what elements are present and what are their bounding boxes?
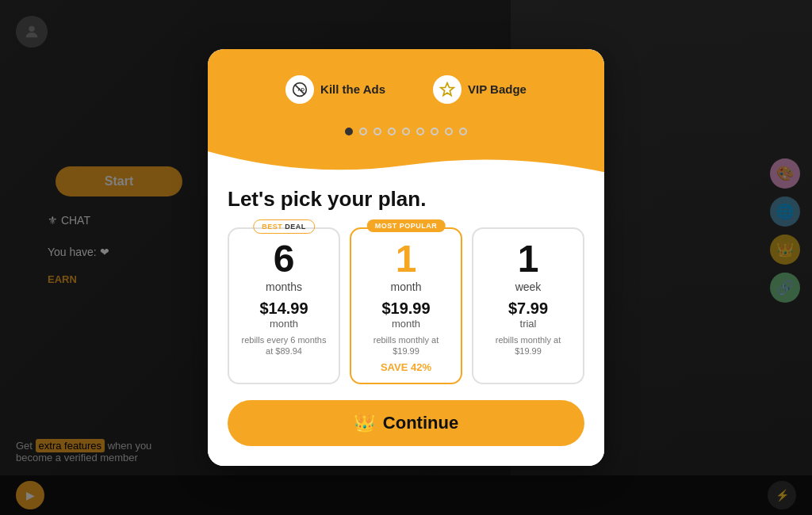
features-row: AD Kill the Ads VIP Badge <box>232 63 580 116</box>
vip-badge-icon <box>433 75 462 104</box>
dot-1[interactable] <box>345 128 353 135</box>
dot-2[interactable] <box>359 128 367 135</box>
dot-5[interactable] <box>402 128 410 135</box>
kill-ads-label: Kill the Ads <box>320 82 385 96</box>
plan-price-1m: $19.99 <box>359 299 453 318</box>
feature-vip-badge: VIP Badge <box>433 75 527 104</box>
plan-price-1w: $7.99 <box>481 299 575 318</box>
svg-marker-4 <box>441 82 454 95</box>
subscription-modal: AD Kill the Ads VIP Badge <box>208 49 604 466</box>
plan-rebill-1m: rebills monthly at $19.99 <box>359 334 453 357</box>
feature-kill-ads: AD Kill the Ads <box>285 75 385 104</box>
plan-number-1w: 1 <box>481 238 575 280</box>
plan-price-sub-1m: month <box>359 318 453 330</box>
plan-number-6: 6 <box>237 238 331 280</box>
continue-label: Continue <box>383 413 458 433</box>
plan-badge-best: BEST DEAL <box>253 219 315 234</box>
plan-rebill-6: rebills every 6 months at $89.94 <box>237 334 331 357</box>
plan-unit-month: month <box>359 280 453 293</box>
dot-4[interactable] <box>388 128 396 135</box>
plan-price-6: $14.99 <box>237 299 331 318</box>
plan-save-1m: SAVE 42% <box>359 361 453 373</box>
svg-text:AD: AD <box>298 86 304 91</box>
dot-3[interactable] <box>373 128 381 135</box>
plan-title: Let's pick your plan. <box>228 187 584 212</box>
plan-card-1month[interactable]: MOST POPULAR 1 month $19.99 month rebill… <box>350 227 462 384</box>
kill-ads-icon: AD <box>285 75 314 104</box>
continue-icon: 👑 <box>354 413 375 433</box>
plans-row: BEST DEAL 6 months $14.99 month rebills … <box>228 227 584 384</box>
plan-rebill-1w: rebills monthly at $19.99 <box>481 334 575 357</box>
plan-price-sub-1w: trial <box>481 318 575 330</box>
modal-header-bg: AD Kill the Ads VIP Badge <box>208 49 604 151</box>
modal-body: Let's pick your plan. BEST DEAL 6 months… <box>208 179 604 466</box>
plan-number-1m: 1 <box>359 238 453 280</box>
plan-price-sub-6: month <box>237 318 331 330</box>
plan-badge-popular: MOST POPULAR <box>367 219 446 232</box>
plan-unit-week: week <box>481 280 575 293</box>
plan-unit-months: months <box>237 280 331 293</box>
dot-6[interactable] <box>416 128 424 135</box>
plan-card-6months[interactable]: BEST DEAL 6 months $14.99 month rebills … <box>228 227 340 384</box>
carousel-dots <box>232 116 580 151</box>
continue-button[interactable]: 👑 Continue <box>228 400 584 446</box>
plan-card-1week[interactable]: 1 week $7.99 trial rebills monthly at $1… <box>472 227 584 384</box>
wave-svg <box>208 151 604 179</box>
wave-container <box>208 151 604 179</box>
dot-9[interactable] <box>459 128 467 135</box>
vip-badge-label: VIP Badge <box>468 82 527 96</box>
dot-8[interactable] <box>445 128 453 135</box>
modal-overlay: AD Kill the Ads VIP Badge <box>0 0 812 515</box>
dot-7[interactable] <box>431 128 439 135</box>
